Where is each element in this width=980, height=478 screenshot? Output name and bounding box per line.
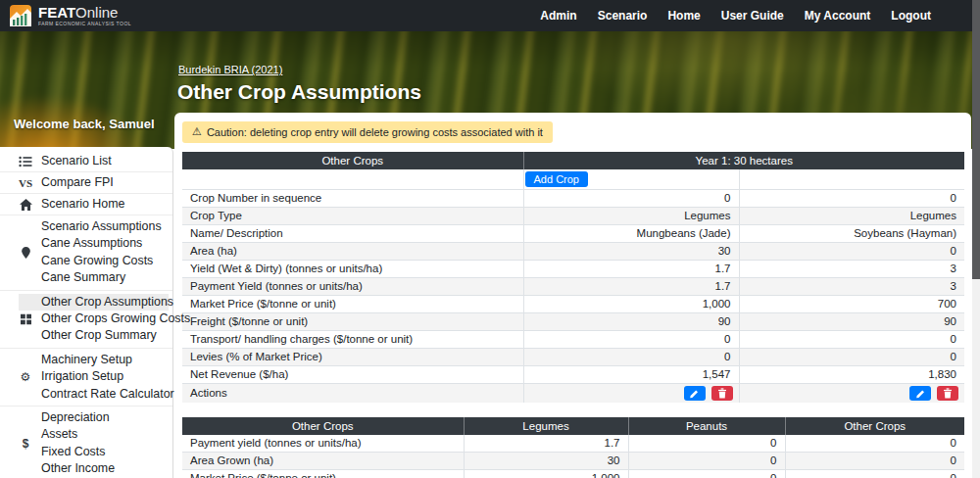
sidebar-item-other-crop-summary[interactable]: Other Crop Summary	[0, 327, 172, 344]
row-value: 3	[739, 278, 964, 296]
sidebar-item-compare-fpi[interactable]: VS Compare FPI	[0, 172, 172, 194]
top-bar: FEATOnline FARM ECONOMIC ANALYSIS TOOL A…	[0, 0, 972, 31]
row-label: Net Revenue ($/ha)	[182, 366, 523, 384]
row-label: Actions	[182, 384, 523, 404]
row-label: Area Grown (ha)	[182, 453, 464, 470]
row-value: 1,000	[464, 470, 628, 478]
sidebar-group-setup: ⚙ Machinery Setup Irrigation Setup Contr…	[0, 349, 172, 406]
nav-scenario[interactable]: Scenario	[598, 9, 648, 23]
trash-icon	[943, 388, 953, 399]
row-value: Legumes	[739, 208, 964, 225]
row-value: 700	[739, 296, 964, 313]
edit-crop-button[interactable]	[909, 386, 931, 401]
row-value: 90	[739, 313, 964, 331]
table-row: Name/ DescriptionMungbeans (Jade)Soybean…	[182, 225, 964, 243]
home-icon	[17, 199, 34, 211]
table-row: Yield (Wet & Dirty) (tonnes or units/ha)…	[182, 261, 964, 278]
row-value: 0	[739, 190, 964, 208]
breadcrumb[interactable]: Burdekin BRIA (2021)	[178, 64, 282, 75]
row-label: Crop Number in sequence	[182, 190, 523, 208]
row-value: 0	[739, 349, 964, 366]
pencil-icon	[689, 388, 700, 399]
feat-logo-icon	[10, 5, 31, 26]
other-crops-summary-table: Other Crops Legumes Peanuts Other Crops …	[182, 417, 964, 478]
sidebar-item-depreciation[interactable]: Depreciation	[0, 409, 172, 426]
row-value: 30	[523, 243, 739, 261]
table-row: Payment yield (tonnes or units/ha)1.700	[182, 435, 964, 453]
nav-user-guide[interactable]: User Guide	[721, 9, 784, 23]
row-value: 1,830	[739, 366, 964, 384]
row-value: Legumes	[523, 208, 739, 225]
nav-logout[interactable]: Logout	[891, 9, 931, 23]
app-logo[interactable]: FEATOnline FARM ECONOMIC ANALYSIS TOOL	[10, 5, 131, 26]
welcome-message: Welcome back, Samuel	[14, 117, 155, 131]
row-value: 0	[523, 331, 739, 349]
row-value: 1.7	[523, 261, 739, 278]
scrollbar-thumb[interactable]	[972, 0, 980, 279]
row-label: Area (ha)	[182, 243, 523, 261]
nav-my-account[interactable]: My Account	[805, 9, 871, 23]
sidebar: Scenario List VS Compare FPI Scenario Ho…	[0, 147, 173, 478]
delete-crop-button[interactable]	[711, 386, 733, 401]
sidebar-item-scenario-list[interactable]: Scenario List	[0, 151, 172, 172]
table-row: Area (ha)300	[182, 243, 964, 261]
sidebar-group-other-crops: Other Crop Assumptions Other Crops Growi…	[0, 291, 172, 349]
nav-admin[interactable]: Admin	[540, 9, 576, 23]
caution-alert: ⚠ Caution: deleting crop entry will dele…	[182, 121, 553, 143]
top-nav: Admin Scenario Home User Guide My Accoun…	[540, 9, 931, 23]
row-value: 1,547	[523, 366, 739, 384]
main-content-panel: ⚠ Caution: deleting crop entry will dele…	[174, 113, 971, 478]
column-header-other-crops: Other Crops	[182, 152, 523, 169]
grid-icon	[17, 313, 34, 324]
brand-subtitle: FARM ECONOMIC ANALYSIS TOOL	[38, 21, 131, 26]
delete-crop-button[interactable]	[937, 386, 958, 401]
row-value: 0	[628, 435, 785, 453]
gear-icon: ⚙	[17, 371, 34, 383]
row-label: Name/ Description	[182, 225, 523, 243]
row-value: 0	[628, 453, 785, 470]
row-value: Soybeans (Hayman)	[739, 225, 964, 243]
vertical-scrollbar	[972, 0, 980, 478]
column-header-year1: Year 1: 30 hectares	[523, 152, 964, 169]
table-row: Transport/ handling charges ($/tonne or …	[182, 331, 964, 349]
table-row: Crop Number in sequence00	[182, 190, 964, 208]
row-label: Market Price ($/tonne or unit)	[182, 296, 523, 313]
row-label: Payment Yield (tonnes or units/ha)	[182, 278, 523, 296]
row-value: 0	[628, 470, 785, 478]
sidebar-item-cane-summary[interactable]: Cane Summary	[0, 269, 172, 286]
map-marker-icon	[17, 247, 34, 259]
table-row: Freight ($/tonne or unit)9090	[182, 313, 964, 331]
row-value: 0	[523, 190, 739, 208]
sidebar-item-other-income[interactable]: Other Income	[0, 460, 172, 477]
list-icon	[17, 156, 34, 167]
sidebar-item-machinery-setup[interactable]: Machinery Setup	[0, 352, 172, 368]
vs-icon: VS	[17, 177, 34, 189]
dollar-icon: $	[17, 437, 34, 451]
table-row: Area Grown (ha)3000	[182, 453, 964, 470]
sidebar-item-contract-rate-calculator[interactable]: Contract Rate Calculator	[0, 386, 172, 403]
sidebar-item-scenario-home[interactable]: Scenario Home	[0, 194, 172, 215]
row-value: 1,000	[523, 296, 739, 313]
row-value: 0	[523, 349, 739, 366]
add-crop-button[interactable]: Add Crop	[525, 171, 588, 187]
actions-row: Actions	[182, 384, 964, 404]
row-value: 0	[739, 331, 964, 349]
summary-header-legumes: Legumes	[464, 417, 628, 435]
table-row: Market Price ($/tonne or unit)1,000700	[182, 296, 964, 313]
brand-title-light: Online	[75, 4, 118, 21]
table-row: Levies (% of Market Price)00	[182, 349, 964, 366]
edit-crop-button[interactable]	[684, 386, 706, 401]
row-label: Crop Type	[182, 208, 523, 225]
other-crops-table: Other Crops Year 1: 30 hectares Add Crop…	[182, 152, 964, 403]
table-row: Crop TypeLegumesLegumes	[182, 208, 964, 225]
sidebar-item-scenario-assumptions[interactable]: Scenario Assumptions	[0, 218, 172, 235]
summary-header-peanuts: Peanuts	[628, 417, 785, 435]
nav-home[interactable]: Home	[667, 9, 700, 23]
sidebar-group-finance: $ Depreciation Assets Fixed Costs Other …	[0, 406, 172, 478]
page-title: Other Crop Assumptions	[177, 80, 421, 104]
sidebar-item-other-crop-assumptions[interactable]: Other Crop Assumptions	[19, 294, 169, 311]
row-value: 0	[785, 470, 964, 478]
brand-title-bold: FEAT	[38, 4, 75, 21]
pencil-icon	[915, 388, 926, 399]
trash-icon	[717, 388, 727, 399]
